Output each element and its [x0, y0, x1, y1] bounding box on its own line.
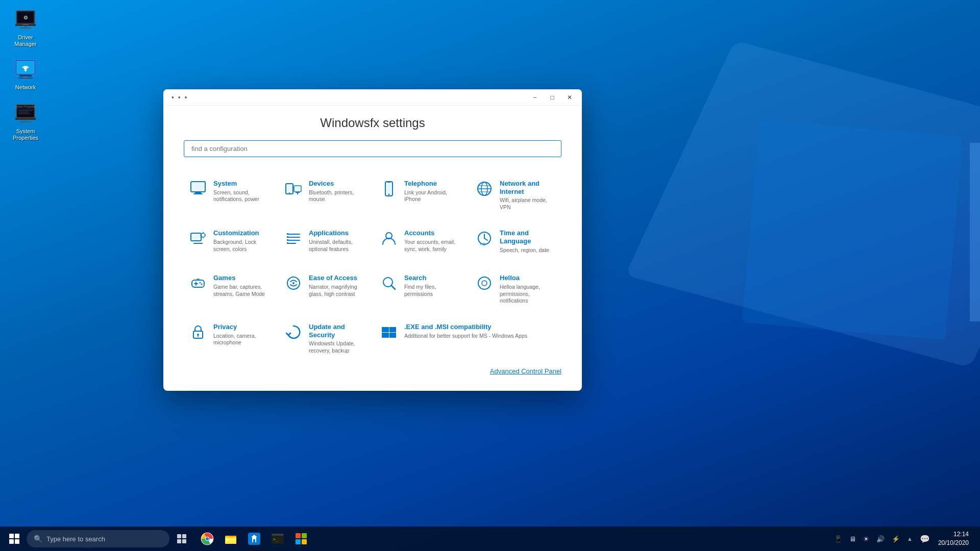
svg-rect-28	[287, 185, 292, 192]
windows-logo-icon	[9, 534, 19, 544]
privacy-desc: Location, camera, microphone	[213, 333, 270, 346]
settings-item-network-internet[interactable]: Network and Internet Wifi, airplane mode…	[470, 172, 561, 218]
svg-rect-87	[182, 539, 186, 543]
svg-rect-19	[18, 113, 31, 114]
svg-text:>_: >_	[273, 537, 278, 542]
svg-rect-55	[287, 233, 288, 235]
accounts-name: Accounts	[404, 229, 461, 237]
telephone-icon	[380, 180, 398, 198]
settings-item-update-security[interactable]: Update and Security Windowsfx Update, re…	[279, 316, 371, 361]
svg-rect-44	[192, 234, 200, 240]
devices-desc: Bluetooth, printers, mouse	[309, 189, 365, 203]
tray-volume-icon[interactable]: 🔊	[874, 533, 887, 545]
customization-name: Customization	[213, 229, 270, 237]
svg-rect-3	[22, 24, 29, 25]
svg-rect-12	[18, 78, 33, 79]
taskbar: 🔍 Type here to search	[0, 527, 980, 551]
svg-line-74	[391, 286, 395, 289]
desktop-icon-area: ⚙ Driver Manager Network	[5, 5, 46, 144]
taskbar-search-text: Type here to search	[46, 535, 105, 543]
task-view-button[interactable]	[172, 529, 192, 549]
svg-text:文: 文	[482, 242, 486, 246]
minimize-button[interactable]: −	[527, 90, 543, 105]
privacy-name: Privacy	[213, 323, 270, 331]
helloa-name: Helloa	[500, 274, 556, 282]
ease-of-access-icon	[284, 274, 303, 292]
tray-chevron-icon[interactable]: ▲	[905, 534, 915, 544]
svg-rect-25	[195, 192, 201, 193]
tray-brightness-icon[interactable]: ☀	[861, 533, 871, 545]
taskbar-explorer-icon[interactable]	[219, 528, 242, 550]
svg-rect-6	[20, 28, 31, 29]
taskbar-app-icons: >_	[196, 528, 312, 550]
tray-screen-icon[interactable]: 🖥	[847, 533, 858, 545]
settings-item-customization[interactable]: Customization Background, Lock screen, c…	[184, 222, 275, 263]
settings-item-exe-msi[interactable]: .EXE and .MSI compatibility Additional f…	[375, 316, 561, 361]
tray-notification-icon[interactable]: 💬	[918, 532, 932, 546]
desktop-icon-driver-manager[interactable]: ⚙ Driver Manager	[5, 5, 46, 50]
network-internet-icon	[475, 180, 494, 198]
desktop-icon-network[interactable]: Network	[5, 55, 46, 93]
search-settings-icon	[380, 274, 398, 292]
svg-rect-32	[296, 192, 300, 193]
customization-icon	[189, 229, 207, 247]
settings-item-search[interactable]: Search Find my files, permissions	[375, 267, 466, 312]
taskbar-search-box[interactable]: 🔍 Type here to search	[27, 530, 169, 547]
system-clock[interactable]: 12:14 20/10/2020	[935, 529, 972, 548]
settings-search-input[interactable]	[184, 140, 561, 157]
svg-rect-58	[287, 242, 288, 244]
games-icon	[189, 274, 207, 292]
taskbar-chrome-icon[interactable]	[196, 528, 218, 550]
start-button[interactable]	[4, 529, 24, 549]
time-language-desc: Speech, region, date	[500, 247, 556, 254]
settings-item-devices[interactable]: Devices Bluetooth, printers, mouse	[279, 172, 371, 218]
taskbar-store-icon[interactable]	[243, 528, 265, 550]
settings-item-time-language[interactable]: A 文 Time and Language Speech, region, da…	[470, 222, 561, 263]
svg-point-29	[289, 192, 290, 193]
svg-point-36	[388, 194, 390, 195]
maximize-button[interactable]: □	[544, 90, 560, 105]
advanced-control-panel-link[interactable]: Advanced Control Panel	[490, 367, 561, 375]
settings-item-system[interactable]: System Screen, sound, notifications, pow…	[184, 172, 275, 218]
settings-item-ease-of-access[interactable]: Ease of Access Narrator, magnifying glas…	[279, 267, 371, 312]
settings-grid: System Screen, sound, notifications, pow…	[184, 172, 561, 361]
exe-msi-desc: Additional for better support for MS - W…	[404, 333, 556, 340]
svg-rect-10	[19, 75, 32, 77]
svg-rect-11	[23, 77, 28, 78]
games-name: Games	[213, 274, 270, 282]
svg-rect-57	[287, 239, 288, 241]
tray-bluetooth-icon[interactable]: ⚡	[890, 533, 902, 545]
settings-item-games[interactable]: Games Game bar, captures, streams, Game …	[184, 267, 275, 312]
svg-rect-56	[287, 236, 288, 238]
settings-item-helloa[interactable]: Helloa Helloa language, permissions, not…	[470, 267, 561, 312]
close-button[interactable]: ✕	[561, 90, 578, 105]
settings-window: • • • − □ ✕ Windowsfx settings	[163, 89, 582, 391]
titlebar-dots: • • •	[167, 93, 188, 102]
settings-title: Windowsfx settings	[184, 116, 561, 130]
svg-rect-84	[177, 534, 181, 538]
settings-item-applications[interactable]: Applications Uninstall, defaults, option…	[279, 222, 371, 263]
applications-desc: Uninstall, defaults, optional features	[309, 239, 365, 253]
tray-phone-icon[interactable]: 📱	[832, 533, 844, 545]
svg-point-69	[201, 284, 203, 285]
svg-rect-80	[382, 327, 389, 332]
svg-rect-96	[230, 541, 233, 542]
window-controls: − □ ✕	[527, 90, 578, 105]
taskbar-terminal-icon[interactable]: >_	[266, 528, 289, 550]
time-language-name: Time and Language	[500, 229, 556, 245]
svg-rect-26	[193, 193, 203, 194]
svg-rect-100	[272, 534, 284, 536]
devices-name: Devices	[309, 180, 365, 188]
desktop-icon-system-properties[interactable]: System Properties System Properties	[5, 99, 46, 144]
svg-rect-105	[302, 539, 307, 544]
svg-rect-37	[387, 182, 390, 183]
settings-item-telephone[interactable]: Telephone Link your Android, iPhone	[375, 172, 466, 218]
network-internet-name: Network and Internet	[500, 180, 556, 195]
taskbar-linuxfx-icon[interactable]	[290, 528, 312, 550]
accounts-icon	[380, 229, 398, 247]
update-security-desc: Windowsfx Update, recovery, backup	[309, 340, 365, 354]
settings-item-accounts[interactable]: Accounts Your accounts, email, sync, wor…	[375, 222, 466, 263]
settings-item-privacy[interactable]: Privacy Location, camera, microphone	[184, 316, 275, 361]
ease-of-access-desc: Narrator, magnifying glass, high contras…	[309, 284, 365, 297]
svg-rect-35	[386, 183, 391, 193]
